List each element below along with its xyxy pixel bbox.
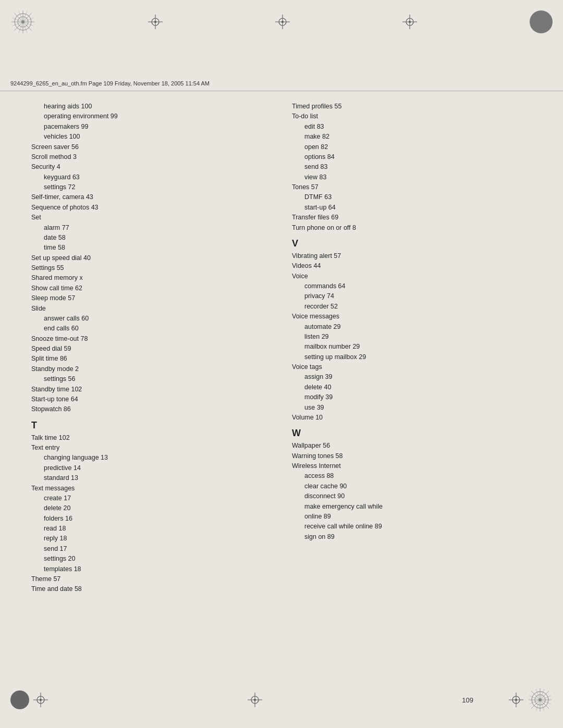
- index-entry: Wallpaper 56: [292, 441, 532, 451]
- index-entry: Stopwatch 86: [31, 404, 271, 414]
- index-entry: open 82: [292, 142, 532, 152]
- index-entry: use 39: [292, 403, 532, 413]
- top-right-circle: [530, 10, 553, 33]
- top-left-starburst: [10, 9, 35, 34]
- header-bar: 9244299_6265_en_au_oth.fm Page 109 Frida…: [0, 76, 563, 91]
- index-entry: Warning tones 58: [292, 451, 532, 461]
- index-entry: Slide: [31, 304, 271, 314]
- bottom-right-crosshair: [509, 693, 523, 707]
- page: 9244299_6265_en_au_oth.fm Page 109 Frida…: [0, 0, 563, 728]
- index-entry: Vibrating alert 57: [292, 251, 532, 261]
- index-entry: sign on 89: [292, 532, 532, 542]
- index-entry: edit 83: [292, 122, 532, 132]
- index-entry: answer calls 60: [31, 314, 271, 324]
- index-entry: reply 18: [31, 534, 271, 544]
- index-entry: view 83: [292, 172, 532, 182]
- index-entry: privacy 74: [292, 291, 532, 301]
- index-entry: disconnect 90: [292, 491, 532, 501]
- index-entry: keyguard 63: [31, 172, 271, 182]
- index-entry: assign 39: [292, 372, 532, 382]
- index-entry: Wireless Internet: [292, 461, 532, 471]
- index-entry: Text messages: [31, 484, 271, 493]
- index-entry: online 89: [292, 512, 532, 522]
- index-entry: Timed profiles 55: [292, 102, 532, 112]
- index-entry: Standby mode 2: [31, 364, 271, 374]
- index-entry: time 58: [31, 243, 271, 253]
- index-entry: receive call while online 89: [292, 522, 532, 532]
- index-entry: pacemakers 99: [31, 122, 271, 132]
- index-entry: mailbox number 29: [292, 342, 532, 352]
- section-letter-v: V: [292, 238, 532, 249]
- right-column: Timed profiles 55To-do listedit 83make 8…: [282, 102, 532, 672]
- index-entry: Voice messages: [292, 312, 532, 322]
- index-entry: Voice tags: [292, 362, 532, 372]
- bottom-left-crosshair: [33, 693, 48, 707]
- index-entry: Sequence of photos 43: [31, 203, 271, 213]
- index-entry: vehicles 100: [31, 132, 271, 142]
- index-entry: Volume 10: [292, 413, 532, 423]
- index-entry: settings 20: [31, 554, 271, 564]
- bottom-left-circle: [10, 690, 29, 709]
- header-text: 9244299_6265_en_au_oth.fm Page 109 Frida…: [10, 80, 210, 87]
- index-entry: changing language 13: [31, 453, 271, 463]
- index-entry: start-up 64: [292, 203, 532, 213]
- index-entry: Sleep mode 57: [31, 293, 271, 303]
- index-entry: Security 4: [31, 162, 271, 172]
- index-entry: delete 40: [292, 382, 532, 392]
- index-entry: Speed dial 59: [31, 344, 271, 354]
- index-entry: send 17: [31, 544, 271, 554]
- index-entry: Tones 57: [292, 182, 532, 192]
- top-center-crosshair: [275, 15, 290, 29]
- page-number: 109: [462, 696, 505, 704]
- index-entry: Shared memory x: [31, 273, 271, 283]
- index-entry: Split time 86: [31, 354, 271, 364]
- index-entry: settings 72: [31, 182, 271, 192]
- index-entry: Text entry: [31, 443, 271, 453]
- top-center-left-crosshair: [148, 15, 163, 29]
- index-entry: hearing aids 100: [31, 102, 271, 112]
- index-entry: Set: [31, 213, 271, 223]
- bottom-center-crosshair: [248, 693, 262, 707]
- index-entry: Talk time 102: [31, 433, 271, 443]
- index-entry: date 58: [31, 233, 271, 243]
- index-entry: Transfer files 69: [292, 213, 532, 223]
- index-entry: listen 29: [292, 332, 532, 342]
- index-entry: Self-timer, camera 43: [31, 192, 271, 202]
- index-entry: Show call time 62: [31, 283, 271, 293]
- index-entry: operating environment 99: [31, 112, 271, 121]
- index-entry: read 18: [31, 524, 271, 534]
- index-entry: settings 56: [31, 374, 271, 384]
- index-entry: send 83: [292, 162, 532, 172]
- index-entry: DTMF 63: [292, 192, 532, 202]
- index-entry: end calls 60: [31, 324, 271, 334]
- index-entry: Turn phone on or off 8: [292, 223, 532, 233]
- index-entry: folders 16: [31, 514, 271, 524]
- index-entry: Start-up tone 64: [31, 394, 271, 404]
- index-entry: alarm 77: [31, 223, 271, 233]
- section-letter-w: W: [292, 428, 532, 439]
- index-entry: access 88: [292, 471, 532, 481]
- index-entry: setting up mailbox 29: [292, 352, 532, 362]
- left-column: hearing aids 100operating environment 99…: [31, 102, 282, 672]
- index-entry: Time and date 58: [31, 584, 271, 594]
- index-entry: Screen saver 56: [31, 142, 271, 152]
- index-entry: make emergency call while: [292, 502, 532, 512]
- bottom-right-starburst: [528, 687, 553, 712]
- index-entry: modify 39: [292, 392, 532, 402]
- index-entry: To-do list: [292, 112, 532, 121]
- footer: 109: [0, 682, 563, 718]
- index-entry: templates 18: [31, 564, 271, 574]
- index-entry: Settings 55: [31, 263, 271, 273]
- index-entry: Scroll method 3: [31, 152, 271, 162]
- index-entry: Theme 57: [31, 574, 271, 584]
- index-entry: automate 29: [292, 322, 532, 332]
- index-entry: Videos 44: [292, 261, 532, 271]
- index-entry: make 82: [292, 132, 532, 142]
- index-entry: recorder 52: [292, 302, 532, 312]
- index-entry: Standby time 102: [31, 385, 271, 394]
- index-entry: predictive 14: [31, 463, 271, 473]
- index-entry: options 84: [292, 152, 532, 162]
- index-entry: create 17: [31, 493, 271, 503]
- section-letter-t: T: [31, 420, 271, 431]
- top-center-right-crosshair: [402, 15, 417, 29]
